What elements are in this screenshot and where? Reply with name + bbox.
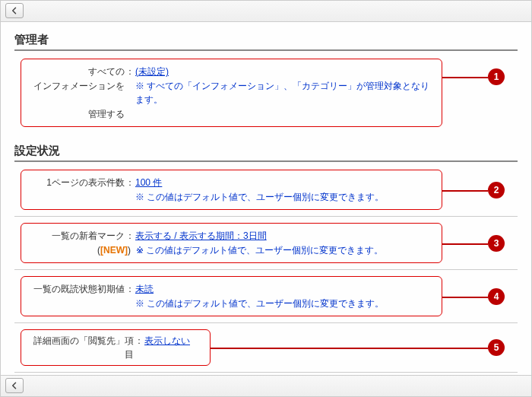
bottom-toolbar (1, 375, 531, 396)
row1-note: ※ すべての「インフォメーション」、「カテゴリー」が管理対象となります。 (135, 81, 429, 105)
row5-label: 詳細画面の「閲覧先」項目 (27, 334, 134, 361)
row3-new-mark: [NEW] (100, 245, 128, 256)
setting-row-1: すべての ： (未設定) インフォメーションを ※ すべての「インフォメーション… (14, 59, 518, 127)
row1-label-l1: すべての (27, 65, 125, 78)
back-button-top[interactable] (5, 3, 24, 18)
setting-row-2: 1ページの表示件数 ： 100 件 ※ この値はデフォルト値で、ユーザー個別に変… (14, 170, 518, 210)
row4-note: ※ この値はデフォルト値で、ユーザー個別に変更できます。 (135, 298, 384, 309)
row4-value-link[interactable]: 未読 (135, 284, 154, 294)
row3-paren-close: ) (128, 245, 131, 256)
back-arrow-icon (10, 6, 19, 15)
back-arrow-icon (10, 381, 19, 390)
row1-label-l2: インフォメーションを (27, 79, 125, 93)
back-button-bottom[interactable] (5, 378, 24, 393)
callout-badge-2: 2 (488, 182, 505, 198)
row2-note: ※ この値はデフォルト値で、ユーザー個別に変更できます。 (135, 192, 384, 202)
top-toolbar (1, 1, 531, 22)
setting-row-3: 一覧の新着マーク ： 表示する / 表示する期間：3日間 ([NEW]) ※ こ… (14, 223, 518, 263)
setting-row-4: 一覧の既読状態初期値 ： 未読 ※ この値はデフォルト値で、ユーザー個別に変更で… (14, 276, 518, 316)
row-divider (14, 372, 518, 373)
content-area: 管理者 すべての ： (未設定) インフォメーションを ※ すべての「インフォメ… (1, 22, 531, 375)
row3-note: ※ この値はデフォルト値で、ユーザー個別に変更できます。 (136, 245, 383, 256)
row-divider (14, 269, 518, 270)
section-status-title: 設定状況 (14, 141, 518, 162)
callout-badge-5: 5 (488, 339, 505, 356)
row3-label: 一覧の新着マーク (27, 229, 125, 243)
row-divider (14, 216, 518, 217)
callout-badge-3: 3 (488, 235, 505, 252)
row1-value-link[interactable]: (未設定) (135, 66, 169, 77)
section-admin-title: 管理者 (14, 30, 518, 51)
row2-value-link[interactable]: 100 件 (135, 177, 162, 188)
setting-row-5: 詳細画面の「閲覧先」項目 ： 表示しない 5 (14, 329, 518, 366)
row4-label: 一覧の既読状態初期値 (27, 282, 125, 296)
row2-label: 1ページの表示件数 (27, 176, 125, 189)
callout-badge-4: 4 (488, 288, 505, 305)
row5-value-link[interactable]: 表示しない (144, 335, 190, 346)
row1-label-l3: 管理する (27, 107, 125, 121)
row3-value-link[interactable]: 表示する / 表示する期間：3日間 (135, 230, 267, 241)
callout-badge-1: 1 (488, 68, 505, 85)
row-divider (14, 322, 518, 323)
